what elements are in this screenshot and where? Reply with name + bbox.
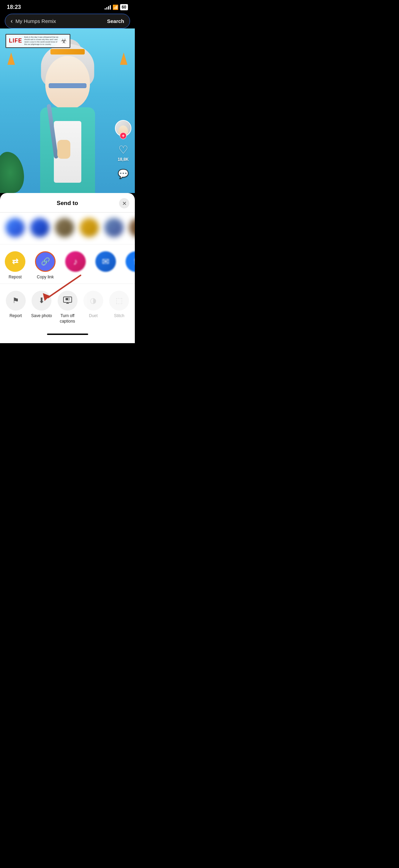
follow-button[interactable]: + (120, 132, 127, 139)
bottom-sheet: Send to ✕ ⇄ Repost (0, 193, 135, 343)
share-facebook-button[interactable]: f (121, 250, 135, 281)
search-input[interactable]: My Humps Remix (15, 18, 104, 24)
save-photo-label: Save photo (31, 313, 52, 319)
stitch-icon-circle: ⬚ (109, 291, 129, 311)
wifi-icon: 📶 (113, 4, 118, 10)
contact-avatar-1 (5, 218, 25, 237)
download-icon: ⬇ (38, 296, 45, 305)
char-glasses (49, 83, 86, 88)
repost-icon: ⇄ (12, 257, 18, 266)
contact-avatar-3 (55, 218, 74, 237)
search-bar[interactable]: ‹ My Humps Remix Search (5, 14, 130, 28)
facebook-icon: f (134, 256, 135, 267)
back-icon[interactable]: ‹ (11, 17, 13, 25)
captions-svg (63, 295, 72, 305)
comment-button[interactable]: 💬 (118, 169, 129, 179)
divider-2 (0, 284, 135, 284)
music-icon-circle: ♪ (65, 251, 86, 272)
contact-item[interactable] (5, 218, 25, 237)
contact-item[interactable] (80, 218, 99, 237)
copy-link-button[interactable]: 🔗 Copy link (30, 250, 60, 281)
close-button[interactable]: ✕ (119, 198, 129, 208)
contact-avatar-2 (30, 218, 49, 237)
send-to-header: Send to ✕ (0, 193, 135, 213)
send-to-title: Send to (57, 200, 78, 207)
turn-off-captions-button[interactable]: Turn offcaptions (55, 288, 80, 327)
save-photo-button[interactable]: ⬇ Save photo (28, 288, 54, 327)
contact-avatar-4 (80, 218, 99, 237)
duet-button[interactable]: ◑ Duet (80, 288, 106, 327)
leaf-decoration (0, 152, 24, 193)
report-label: Report (10, 313, 22, 319)
char-hair-ribbon (50, 49, 85, 55)
contact-item[interactable] (55, 218, 74, 237)
save-photo-icon-circle: ⬇ (32, 291, 51, 311)
repost-icon-circle: ⇄ (5, 251, 25, 272)
close-icon: ✕ (122, 200, 127, 207)
duet-label: Duet (89, 313, 97, 319)
video-actions: + ♡ 18,8K 💬 (115, 120, 131, 179)
home-bar (47, 334, 88, 335)
contact-avatar-6 (129, 218, 135, 237)
like-button[interactable]: ♡ 18,8K (118, 143, 129, 162)
creator-avatar[interactable]: + (115, 120, 131, 136)
copy-link-icon: 🔗 (41, 257, 50, 266)
contact-item[interactable] (129, 218, 135, 237)
char-ear-right (120, 52, 128, 65)
comment-icon: 💬 (118, 169, 129, 179)
messages-icon: ✉ (102, 256, 109, 267)
facebook-icon-circle: f (126, 251, 135, 272)
heart-icon: ♡ (118, 143, 128, 156)
life-stamp: LIFE Early in the day it was whispered t… (5, 34, 70, 48)
stitch-label: Stitch (114, 313, 124, 319)
status-time: 18:23 (7, 4, 21, 10)
life-description: Early in the day it was whispered that w… (24, 36, 59, 46)
share-music-button[interactable]: ♪ (60, 250, 91, 281)
contacts-row (0, 213, 135, 243)
captions-label: Turn offcaptions (60, 313, 75, 324)
bottom-actions-row: ⚑ Report ⬇ Save photo (0, 285, 135, 331)
divider (0, 244, 135, 244)
contact-avatar-5 (104, 218, 124, 237)
repost-button[interactable]: ⇄ Repost (0, 250, 30, 281)
char-hand (57, 140, 70, 159)
stitch-button[interactable]: ⬚ Stitch (106, 288, 132, 327)
captions-icon-circle (58, 291, 78, 311)
home-indicator (0, 331, 135, 336)
contact-item[interactable] (104, 218, 124, 237)
report-button[interactable]: ⚑ Report (3, 288, 28, 327)
status-icons: 📶 60 (105, 4, 128, 10)
music-icon: ♪ (73, 256, 78, 267)
repost-label: Repost (9, 275, 22, 279)
stitch-icon: ⬚ (116, 296, 123, 305)
contact-item[interactable] (30, 218, 49, 237)
video-area: LIFE Early in the day it was whispered t… (0, 28, 135, 193)
report-icon: ⚑ (12, 296, 19, 305)
signal-icon (105, 5, 111, 10)
status-bar: 18:23 📶 60 (0, 0, 135, 12)
report-icon-circle: ⚑ (6, 291, 26, 311)
char-ear-left (8, 52, 15, 65)
battery-indicator: 60 (120, 4, 128, 10)
share-messages-button[interactable]: ✉ (91, 250, 121, 281)
biohazard-icon: ☣ (61, 37, 67, 45)
life-text: LIFE (9, 38, 22, 44)
messages-icon-circle: ✉ (95, 251, 116, 272)
like-count: 18,8K (118, 157, 129, 162)
duet-icon-circle: ◑ (83, 291, 103, 311)
copy-link-label: Copy link (37, 275, 54, 279)
share-row: ⇄ Repost 🔗 Copy link ♪ ✉ (0, 246, 135, 282)
copy-link-icon-circle: 🔗 (35, 251, 56, 272)
captions-off-icon (63, 295, 72, 306)
duet-icon: ◑ (90, 296, 96, 305)
char-head (45, 56, 90, 109)
search-button[interactable]: Search (107, 18, 124, 24)
